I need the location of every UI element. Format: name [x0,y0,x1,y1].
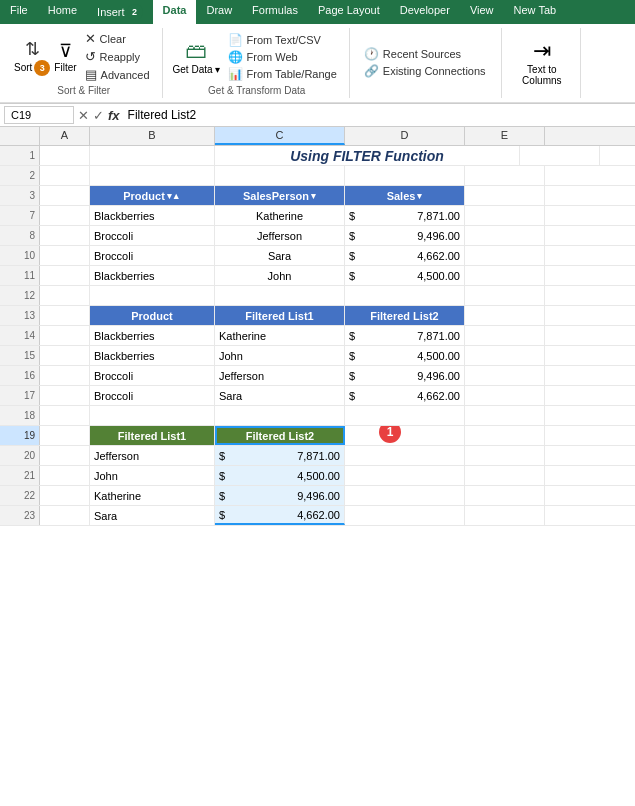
tab-developer[interactable]: Developer [390,0,460,24]
t1-r2-product[interactable]: Broccoli [90,226,215,245]
advanced-label: Advanced [101,69,150,81]
t3-r2-fl1[interactable]: John [90,466,215,485]
ribbon: File Home Insert 2 Data Draw Formulas Pa… [0,0,635,104]
t2-r3-fl1[interactable]: Jefferson [215,366,345,385]
clear-button[interactable]: ✕ Clear [81,30,154,47]
tab-insert[interactable]: Insert 2 [87,0,153,24]
title-cell[interactable]: Using FILTER Function [215,146,520,165]
cell-reference-input[interactable] [4,106,74,124]
row-num-11: 11 [0,266,40,285]
tab-new-tab[interactable]: New Tab [504,0,567,24]
sort-label: Sort [14,62,32,73]
row-num-8: 8 [0,226,40,245]
t2-r2-fl2[interactable]: $ 4,500.00 [345,346,465,365]
t1-header-sales[interactable]: Sales ▾ [345,186,465,205]
from-text-icon: 📄 [228,33,243,47]
row-num-18: 18 [0,406,40,425]
from-web-button[interactable]: 🌐 From Web [224,49,341,65]
ribbon-tab-bar: File Home Insert 2 Data Draw Formulas Pa… [0,0,635,24]
tab-view[interactable]: View [460,0,504,24]
tab-file[interactable]: File [0,0,38,24]
from-table-button[interactable]: 📊 From Table/Range [224,66,341,82]
t2-r2-fl1[interactable]: John [215,346,345,365]
filter-icon: ⊽ [59,40,72,62]
table-row: 10 Broccoli Sara $ 4,662.00 [0,246,635,266]
text-to-columns-button[interactable]: ⇥ Text to Columns [512,38,572,86]
reapply-icon: ↺ [85,49,96,64]
from-table-label: From Table/Range [247,68,337,80]
filter-button[interactable]: ⊽ Filter [54,40,76,73]
row-num-3: 3 [0,186,40,205]
t1-r3-sales[interactable]: $ 4,662.00 [345,246,465,265]
recent-sources-label: Recent Sources [383,48,461,60]
tab-page-layout[interactable]: Page Layout [308,0,390,24]
t2-r1-product[interactable]: Blackberries [90,326,215,345]
formula-input[interactable] [124,106,631,124]
existing-connections-button[interactable]: 🔗 Existing Connections [360,63,490,79]
t1-r3-product[interactable]: Broccoli [90,246,215,265]
t2-header-fl1[interactable]: Filtered List1 [215,306,345,325]
annotation: 1 Select therange [365,426,415,445]
t2-r1-fl1[interactable]: Katherine [215,326,345,345]
t3-r3-fl1[interactable]: Katherine [90,486,215,505]
t2-header-fl2[interactable]: Filtered List2 [345,306,465,325]
recent-sources-button[interactable]: 🕐 Recent Sources [360,46,490,62]
formula-x-icon: ✕ [78,108,89,123]
row-num-header [0,127,40,145]
t1-header-salesperson[interactable]: SalesPerson ▾ [215,186,345,205]
t1-r1-person[interactable]: Katherine [215,206,345,225]
t2-r4-fl1[interactable]: Sara [215,386,345,405]
tab-data[interactable]: Data [153,0,197,24]
t2-r3-product[interactable]: Broccoli [90,366,215,385]
table-row: 22 Katherine $ 9,496.00 [0,486,635,506]
t1-r4-sales[interactable]: $ 4,500.00 [345,266,465,285]
sort-az-icon: ⇅ [25,38,40,60]
t2-r1-fl2[interactable]: $ 7,871.00 [345,326,465,345]
t3-header-fl2[interactable]: Filtered List2 [215,426,345,445]
sort-filter-group: ⇅ Sort 3 ⊽ Filter ✕ Clear [6,28,163,98]
sort-button[interactable]: ⇅ Sort 3 [14,38,50,76]
from-web-icon: 🌐 [228,50,243,64]
t1-r3-person[interactable]: Sara [215,246,345,265]
table-row: 3 Product ▾▲ SalesPerson ▾ Sales ▾ [0,186,635,206]
t1-r2-sales[interactable]: $ 9,496.00 [345,226,465,245]
get-data-button[interactable]: 🗃 Get Data ▾ [173,38,220,75]
t3-r1-fl1[interactable]: Jefferson [90,446,215,465]
t1-header-product[interactable]: Product ▾▲ [90,186,215,205]
t3-r4-fl1[interactable]: Sara [90,506,215,525]
table-row: 21 John $ 4,500.00 [0,466,635,486]
table-row: 13 Product Filtered List1 Filtered List2 [0,306,635,326]
tab-formulas[interactable]: Formulas [242,0,308,24]
t2-r2-product[interactable]: Blackberries [90,346,215,365]
tab-draw[interactable]: Draw [196,0,242,24]
t3-r4-fl2[interactable]: $ 4,662.00 [215,506,345,525]
from-text-csv-button[interactable]: 📄 From Text/CSV [224,32,341,48]
tab-home[interactable]: Home [38,0,87,24]
advanced-button[interactable]: ▤ Advanced [81,66,154,83]
cell-a1[interactable] [40,146,90,165]
text-to-columns-icon: ⇥ [533,38,551,64]
row-num-17: 17 [0,386,40,405]
t1-r1-sales[interactable]: $ 7,871.00 [345,206,465,225]
t1-r4-person[interactable]: John [215,266,345,285]
cell-b1[interactable] [90,146,215,165]
t1-r2-person[interactable]: Jefferson [215,226,345,245]
t3-header-fl1[interactable]: Filtered List1 [90,426,215,445]
table-row: 20 Jefferson $ 7,871.00 [0,446,635,466]
t2-r4-product[interactable]: Broccoli [90,386,215,405]
t1-r1-product[interactable]: Blackberries [90,206,215,225]
filter-dropdown-icon-3: ▾ [417,191,422,201]
t3-r1-fl2[interactable]: $ 7,871.00 [215,446,345,465]
row-num-20: 20 [0,446,40,465]
reapply-button[interactable]: ↺ Reapply [81,48,154,65]
cell-e1[interactable] [520,146,600,165]
t3-r3-fl2[interactable]: $ 9,496.00 [215,486,345,505]
t3-r2-fl2[interactable]: $ 4,500.00 [215,466,345,485]
t2-r4-fl2[interactable]: $ 4,662.00 [345,386,465,405]
t2-r3-fl2[interactable]: $ 9,496.00 [345,366,465,385]
from-table-icon: 📊 [228,67,243,81]
t1-r4-product[interactable]: Blackberries [90,266,215,285]
row-num-16: 16 [0,366,40,385]
formula-check-icon: ✓ [93,108,104,123]
t2-header-product[interactable]: Product [90,306,215,325]
